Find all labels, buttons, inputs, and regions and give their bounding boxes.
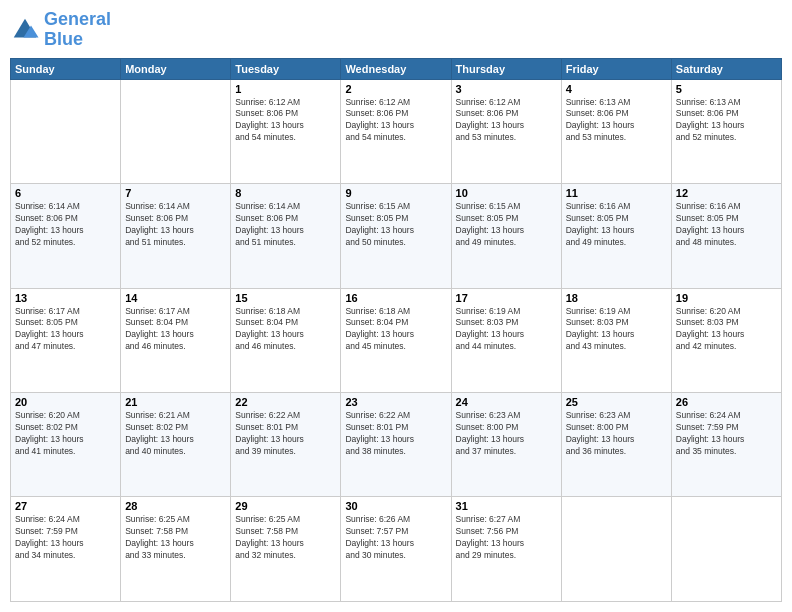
day-number: 1 — [235, 83, 336, 95]
day-detail: Sunrise: 6:23 AM Sunset: 8:00 PM Dayligh… — [456, 410, 557, 458]
day-detail: Sunrise: 6:14 AM Sunset: 8:06 PM Dayligh… — [15, 201, 116, 249]
calendar-cell: 7Sunrise: 6:14 AM Sunset: 8:06 PM Daylig… — [121, 184, 231, 288]
weekday-header-tuesday: Tuesday — [231, 58, 341, 79]
calendar-cell: 24Sunrise: 6:23 AM Sunset: 8:00 PM Dayli… — [451, 393, 561, 497]
day-number: 25 — [566, 396, 667, 408]
calendar-table: SundayMondayTuesdayWednesdayThursdayFrid… — [10, 58, 782, 602]
day-number: 20 — [15, 396, 116, 408]
calendar-cell: 19Sunrise: 6:20 AM Sunset: 8:03 PM Dayli… — [671, 288, 781, 392]
weekday-header-friday: Friday — [561, 58, 671, 79]
day-detail: Sunrise: 6:25 AM Sunset: 7:58 PM Dayligh… — [235, 514, 336, 562]
day-detail: Sunrise: 6:20 AM Sunset: 8:02 PM Dayligh… — [15, 410, 116, 458]
day-number: 10 — [456, 187, 557, 199]
calendar-cell: 23Sunrise: 6:22 AM Sunset: 8:01 PM Dayli… — [341, 393, 451, 497]
day-detail: Sunrise: 6:13 AM Sunset: 8:06 PM Dayligh… — [566, 97, 667, 145]
day-number: 18 — [566, 292, 667, 304]
day-detail: Sunrise: 6:13 AM Sunset: 8:06 PM Dayligh… — [676, 97, 777, 145]
day-number: 22 — [235, 396, 336, 408]
weekday-header-row: SundayMondayTuesdayWednesdayThursdayFrid… — [11, 58, 782, 79]
day-number: 11 — [566, 187, 667, 199]
calendar-cell — [561, 497, 671, 602]
calendar-cell: 9Sunrise: 6:15 AM Sunset: 8:05 PM Daylig… — [341, 184, 451, 288]
calendar-cell: 31Sunrise: 6:27 AM Sunset: 7:56 PM Dayli… — [451, 497, 561, 602]
day-detail: Sunrise: 6:18 AM Sunset: 8:04 PM Dayligh… — [345, 306, 446, 354]
day-number: 28 — [125, 500, 226, 512]
logo: General Blue — [10, 10, 111, 50]
day-number: 15 — [235, 292, 336, 304]
calendar-cell: 14Sunrise: 6:17 AM Sunset: 8:04 PM Dayli… — [121, 288, 231, 392]
logo-icon — [10, 15, 40, 45]
day-number: 5 — [676, 83, 777, 95]
day-detail: Sunrise: 6:12 AM Sunset: 8:06 PM Dayligh… — [456, 97, 557, 145]
day-number: 12 — [676, 187, 777, 199]
day-detail: Sunrise: 6:20 AM Sunset: 8:03 PM Dayligh… — [676, 306, 777, 354]
day-number: 7 — [125, 187, 226, 199]
day-detail: Sunrise: 6:17 AM Sunset: 8:05 PM Dayligh… — [15, 306, 116, 354]
week-row-2: 6Sunrise: 6:14 AM Sunset: 8:06 PM Daylig… — [11, 184, 782, 288]
day-detail: Sunrise: 6:15 AM Sunset: 8:05 PM Dayligh… — [345, 201, 446, 249]
calendar-cell: 6Sunrise: 6:14 AM Sunset: 8:06 PM Daylig… — [11, 184, 121, 288]
day-detail: Sunrise: 6:16 AM Sunset: 8:05 PM Dayligh… — [676, 201, 777, 249]
week-row-5: 27Sunrise: 6:24 AM Sunset: 7:59 PM Dayli… — [11, 497, 782, 602]
calendar-cell: 10Sunrise: 6:15 AM Sunset: 8:05 PM Dayli… — [451, 184, 561, 288]
calendar-cell: 8Sunrise: 6:14 AM Sunset: 8:06 PM Daylig… — [231, 184, 341, 288]
day-detail: Sunrise: 6:14 AM Sunset: 8:06 PM Dayligh… — [125, 201, 226, 249]
week-row-1: 1Sunrise: 6:12 AM Sunset: 8:06 PM Daylig… — [11, 79, 782, 183]
page: General Blue SundayMondayTuesdayWednesda… — [0, 0, 792, 612]
calendar-cell: 21Sunrise: 6:21 AM Sunset: 8:02 PM Dayli… — [121, 393, 231, 497]
day-number: 14 — [125, 292, 226, 304]
day-number: 23 — [345, 396, 446, 408]
calendar-cell: 11Sunrise: 6:16 AM Sunset: 8:05 PM Dayli… — [561, 184, 671, 288]
calendar-cell: 3Sunrise: 6:12 AM Sunset: 8:06 PM Daylig… — [451, 79, 561, 183]
header: General Blue — [10, 10, 782, 50]
day-number: 19 — [676, 292, 777, 304]
calendar-cell: 26Sunrise: 6:24 AM Sunset: 7:59 PM Dayli… — [671, 393, 781, 497]
day-detail: Sunrise: 6:12 AM Sunset: 8:06 PM Dayligh… — [235, 97, 336, 145]
day-detail: Sunrise: 6:12 AM Sunset: 8:06 PM Dayligh… — [345, 97, 446, 145]
day-number: 4 — [566, 83, 667, 95]
day-number: 13 — [15, 292, 116, 304]
calendar-cell — [671, 497, 781, 602]
day-detail: Sunrise: 6:25 AM Sunset: 7:58 PM Dayligh… — [125, 514, 226, 562]
day-number: 26 — [676, 396, 777, 408]
calendar-cell: 30Sunrise: 6:26 AM Sunset: 7:57 PM Dayli… — [341, 497, 451, 602]
day-detail: Sunrise: 6:19 AM Sunset: 8:03 PM Dayligh… — [566, 306, 667, 354]
day-number: 8 — [235, 187, 336, 199]
day-number: 24 — [456, 396, 557, 408]
calendar-cell: 22Sunrise: 6:22 AM Sunset: 8:01 PM Dayli… — [231, 393, 341, 497]
day-detail: Sunrise: 6:22 AM Sunset: 8:01 PM Dayligh… — [345, 410, 446, 458]
calendar-cell: 5Sunrise: 6:13 AM Sunset: 8:06 PM Daylig… — [671, 79, 781, 183]
weekday-header-saturday: Saturday — [671, 58, 781, 79]
day-detail: Sunrise: 6:21 AM Sunset: 8:02 PM Dayligh… — [125, 410, 226, 458]
day-detail: Sunrise: 6:24 AM Sunset: 7:59 PM Dayligh… — [15, 514, 116, 562]
week-row-4: 20Sunrise: 6:20 AM Sunset: 8:02 PM Dayli… — [11, 393, 782, 497]
day-detail: Sunrise: 6:16 AM Sunset: 8:05 PM Dayligh… — [566, 201, 667, 249]
day-number: 6 — [15, 187, 116, 199]
calendar-cell: 29Sunrise: 6:25 AM Sunset: 7:58 PM Dayli… — [231, 497, 341, 602]
weekday-header-thursday: Thursday — [451, 58, 561, 79]
day-number: 29 — [235, 500, 336, 512]
day-detail: Sunrise: 6:27 AM Sunset: 7:56 PM Dayligh… — [456, 514, 557, 562]
calendar-cell: 15Sunrise: 6:18 AM Sunset: 8:04 PM Dayli… — [231, 288, 341, 392]
day-number: 27 — [15, 500, 116, 512]
day-detail: Sunrise: 6:14 AM Sunset: 8:06 PM Dayligh… — [235, 201, 336, 249]
calendar-cell: 16Sunrise: 6:18 AM Sunset: 8:04 PM Dayli… — [341, 288, 451, 392]
day-detail: Sunrise: 6:24 AM Sunset: 7:59 PM Dayligh… — [676, 410, 777, 458]
calendar-cell: 27Sunrise: 6:24 AM Sunset: 7:59 PM Dayli… — [11, 497, 121, 602]
calendar-cell: 25Sunrise: 6:23 AM Sunset: 8:00 PM Dayli… — [561, 393, 671, 497]
day-number: 16 — [345, 292, 446, 304]
day-detail: Sunrise: 6:15 AM Sunset: 8:05 PM Dayligh… — [456, 201, 557, 249]
calendar-cell: 13Sunrise: 6:17 AM Sunset: 8:05 PM Dayli… — [11, 288, 121, 392]
weekday-header-monday: Monday — [121, 58, 231, 79]
calendar-cell: 28Sunrise: 6:25 AM Sunset: 7:58 PM Dayli… — [121, 497, 231, 602]
day-detail: Sunrise: 6:17 AM Sunset: 8:04 PM Dayligh… — [125, 306, 226, 354]
calendar-cell: 18Sunrise: 6:19 AM Sunset: 8:03 PM Dayli… — [561, 288, 671, 392]
weekday-header-wednesday: Wednesday — [341, 58, 451, 79]
calendar-cell: 12Sunrise: 6:16 AM Sunset: 8:05 PM Dayli… — [671, 184, 781, 288]
day-detail: Sunrise: 6:19 AM Sunset: 8:03 PM Dayligh… — [456, 306, 557, 354]
calendar-cell: 20Sunrise: 6:20 AM Sunset: 8:02 PM Dayli… — [11, 393, 121, 497]
logo-text: General Blue — [44, 10, 111, 50]
calendar-cell: 17Sunrise: 6:19 AM Sunset: 8:03 PM Dayli… — [451, 288, 561, 392]
calendar-cell: 4Sunrise: 6:13 AM Sunset: 8:06 PM Daylig… — [561, 79, 671, 183]
day-detail: Sunrise: 6:18 AM Sunset: 8:04 PM Dayligh… — [235, 306, 336, 354]
